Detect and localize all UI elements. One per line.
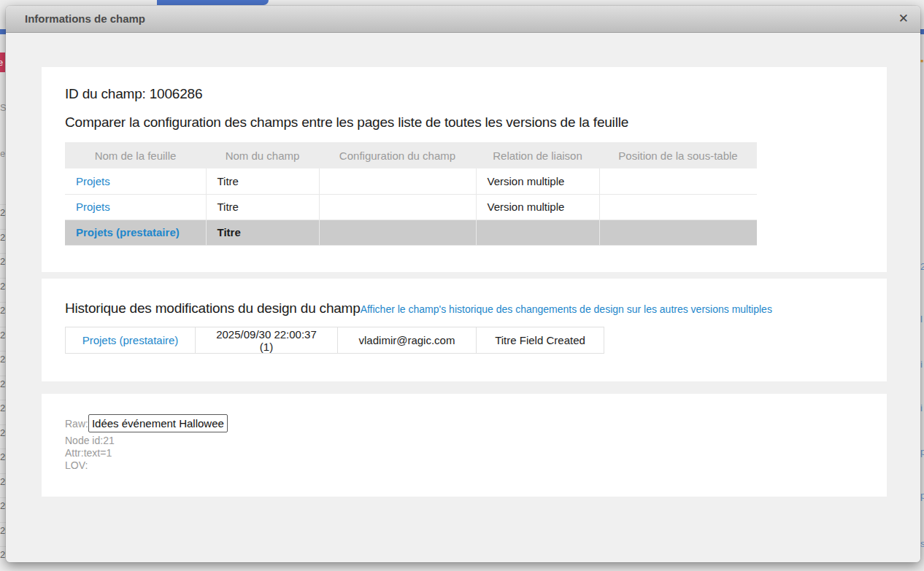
history-action-cell: Titre Field Created [477, 327, 604, 354]
field-config-cell [319, 220, 476, 245]
bg-fragment: p [920, 446, 924, 457]
history-heading: Historique des modifications du design d… [65, 300, 361, 316]
close-icon[interactable]: ✕ [898, 6, 909, 32]
show-other-versions-history-link[interactable]: Afficher le champ's historique des chang… [361, 303, 772, 315]
history-timestamp-cell: 2025/09/30 22:00:37 (1) [196, 327, 338, 354]
lov-line: LOV: [65, 459, 887, 472]
bg-fragment: 25 [0, 522, 6, 546]
col-header-field-name: Nom du champ [206, 142, 319, 168]
bg-fragment: 25 [0, 424, 6, 448]
col-header-subtable-position: Position de la sous-table [599, 142, 757, 168]
bg-fragment: 25 [0, 253, 6, 277]
bg-fragment: s [920, 538, 924, 549]
raw-label: Raw: [65, 418, 88, 430]
bg-fragment: e [0, 148, 6, 159]
field-name-cell: Titre [206, 220, 319, 245]
sheet-link-projets-1[interactable]: Projets [76, 175, 110, 187]
attr-line: Attr:text=1 [65, 447, 887, 459]
col-header-sheet-name: Nom de la feuille [65, 142, 206, 168]
field-name-cell: Titre [206, 194, 319, 220]
history-heading-line: Historique des modifications du design d… [65, 300, 887, 316]
background-blue-bar-right [920, 29, 924, 34]
field-config-cell [319, 194, 476, 220]
field-config-cell [319, 168, 476, 194]
field-name-cell: Titre [206, 168, 319, 194]
sheet-link-projets-prestataire[interactable]: Projets (prestataire) [76, 226, 180, 238]
bg-fragment: 25 [0, 497, 6, 521]
compare-heading: Comparer la configuration des champs ent… [65, 114, 887, 131]
bg-fragment: 25 [0, 448, 6, 473]
dialog-titlebar[interactable]: Informations de champ ✕ [6, 6, 920, 33]
bg-fragment: 25 [0, 302, 6, 326]
bg-fragment: 25 [0, 376, 6, 400]
history-sheet-link[interactable]: Projets (prestataire) [82, 334, 179, 346]
node-id-line: Node id:21 [65, 435, 887, 447]
sheet-link-projets-2[interactable]: Projets [76, 201, 110, 213]
bg-fragment: S [0, 102, 6, 113]
bg-fragment: i [920, 403, 924, 413]
subtable-position-cell [599, 220, 757, 245]
bg-fragment: 25 [0, 400, 6, 424]
raw-value-input[interactable] [88, 414, 228, 432]
subtable-position-cell [599, 194, 757, 220]
compare-panel: ID du champ: 1006286 Comparer la configu… [42, 67, 887, 272]
background-blue-bar-left [0, 29, 6, 34]
raw-line: Raw: [65, 414, 887, 432]
compare-header-row: Nom de la feuille Nom du champ Configura… [65, 142, 757, 168]
table-row: Projets Titre Version multiple [65, 194, 757, 220]
bg-fragment: i [920, 359, 924, 370]
subtable-position-cell [599, 168, 757, 194]
compare-table: Nom de la feuille Nom du champ Configura… [65, 142, 757, 246]
bg-fragment: 25 [0, 327, 6, 351]
bg-fragment: 25 [0, 351, 6, 375]
table-row: Projets Titre Version multiple [65, 168, 757, 194]
background-red-badge: e [0, 53, 5, 72]
link-relation-cell: Version multiple [476, 168, 599, 194]
bg-fragment: 2 [920, 261, 924, 272]
bg-fragment: 25 [0, 278, 6, 302]
dialog-body: ID du champ: 1006286 Comparer la configu… [6, 33, 920, 562]
background-badge-letter: e [0, 53, 3, 72]
bg-fragment: 25 [0, 473, 6, 497]
history-table: Projets (prestataire) 2025/09/30 22:00:3… [65, 327, 604, 354]
bg-fragment: 25 [0, 546, 6, 570]
table-row-highlighted: Projets (prestataire) Titre [65, 220, 757, 245]
bg-fragment: l [920, 314, 924, 325]
bg-fragment: 25 [0, 229, 6, 253]
bg-fragment: 25 [0, 204, 6, 228]
dialog-title: Informations de champ [25, 6, 145, 32]
link-relation-cell: Version multiple [476, 194, 599, 220]
history-panel: Historique des modifications du design d… [42, 279, 887, 381]
col-header-field-config: Configuration du champ [319, 142, 476, 168]
field-info-dialog: Informations de champ ✕ ID du champ: 100… [6, 6, 920, 562]
col-header-link-relation: Relation de liaison [476, 142, 599, 168]
field-id-line: ID du champ: 1006286 [65, 86, 887, 102]
link-relation-cell [476, 220, 599, 245]
background-browser-tab [157, 0, 269, 5]
bg-fragment: p [920, 490, 924, 501]
raw-panel: Raw: Node id:21 Attr:text=1 LOV: [42, 394, 887, 497]
history-row: Projets (prestataire) 2025/09/30 22:00:3… [66, 327, 604, 354]
history-user-cell: vladimir@ragic.com [338, 327, 477, 354]
bg-fragment: ▪ [920, 55, 924, 66]
